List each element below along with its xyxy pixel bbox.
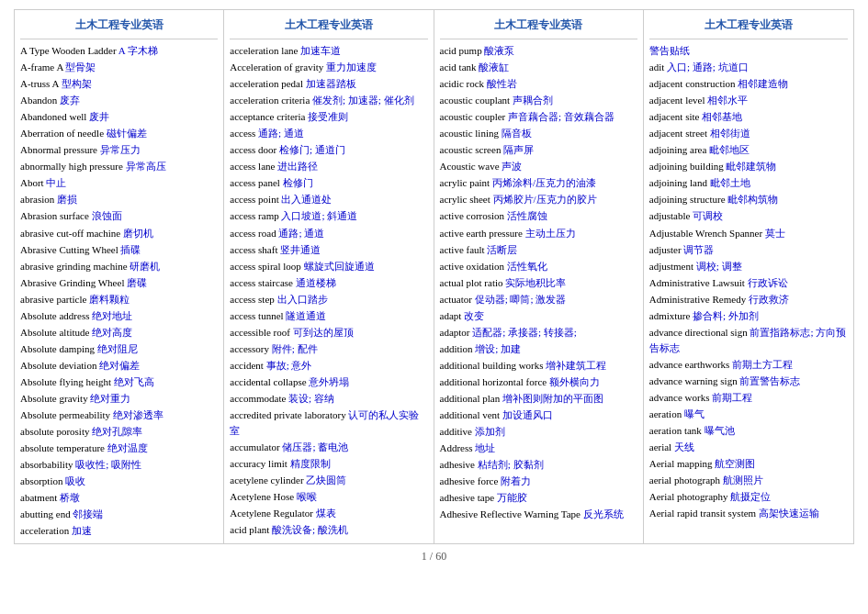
list-item: absolute porosity 绝对孔隙率 — [20, 424, 218, 440]
list-item: access lane 进出路径 — [230, 159, 427, 174]
page-number: 1 — [422, 550, 427, 563]
list-item: abutting end 邻接端 — [20, 507, 218, 522]
list-item: Abrasion surface 浪蚀面 — [20, 208, 218, 224]
list-item: 警告贴纸 — [649, 43, 848, 59]
list-item: abrasive grinding machine 研磨机 — [20, 259, 218, 274]
list-item: advance directional sign 前置指路标志; 方向预告标志 — [649, 325, 848, 356]
list-item: adit 入口; 通路; 坑道口 — [649, 60, 848, 75]
list-item: Aerial mapping 航空测图 — [649, 456, 848, 472]
list-item: acid tank 酸液缸 — [440, 60, 637, 75]
column-4: 土木工程专业英语 警告贴纸adit 入口; 通路; 坑道口adjacent co… — [644, 10, 853, 543]
list-item: Aberration of needle 磁针偏差 — [20, 126, 218, 141]
list-item: A Type Wooden Ladder A 字木梯 — [20, 43, 218, 59]
list-item: acid pump 酸液泵 — [440, 43, 637, 59]
column-2: 土木工程专业英语 acceleration lane 加速车道Accelerat… — [224, 10, 434, 543]
list-item: adapt 改变 — [440, 308, 637, 324]
list-item: adaptor 适配器; 承接器; 转接器; — [440, 325, 637, 340]
list-item: Adjustable Wrench Spanner 莫士 — [649, 226, 848, 241]
list-item: access step 出入口踏步 — [230, 292, 427, 307]
list-item: accredited private laboratory 认可的私人实验室 — [230, 407, 427, 439]
column-1: 土木工程专业英语 A Type Wooden Ladder A 字木梯A-fra… — [15, 10, 224, 543]
list-item: acceleration 加速 — [20, 523, 218, 539]
list-item: abatment 桥墩 — [20, 490, 218, 506]
list-item: acoustic coupler 声音藕合器; 音效藕合器 — [440, 109, 637, 125]
list-item: abnormally high pressure 异常高压 — [20, 159, 218, 174]
col3-entries: acid pump 酸液泵acid tank 酸液缸acidic rock 酸性… — [440, 43, 637, 522]
list-item: adhesive tape 万能胶 — [440, 490, 637, 506]
list-item: Address 地址 — [440, 441, 637, 456]
list-item: acrylic paint 丙烯涂料/压克力的油漆 — [440, 175, 637, 191]
list-item: additional horizontal force 额外横向力 — [440, 374, 637, 390]
list-item: acid plant 酸洗设备; 酸洗机 — [230, 522, 427, 538]
list-item: acetylene cylinder 乙炔圆筒 — [230, 473, 427, 488]
list-item: actuator 促动器; 唧筒; 激发器 — [440, 292, 637, 307]
list-item: Absolute gravity 绝对重力 — [20, 391, 218, 407]
list-item: absorption 吸收 — [20, 474, 218, 489]
list-item: Aerial rapid transit system 高架快速运输 — [649, 506, 848, 521]
list-item: accessory 附件; 配件 — [230, 341, 427, 357]
list-item: adjoining land 毗邻土地 — [649, 175, 848, 191]
list-item: Aerial photography 航摄定位 — [649, 489, 848, 505]
page: 土木工程专业英语 A Type Wooden Ladder A 字木梯A-fra… — [0, 0, 868, 614]
list-item: acoustic screen 隔声屏 — [440, 142, 637, 158]
list-item: Absolute damping 绝对阻尼 — [20, 341, 218, 357]
list-item: adjoining building 毗邻建筑物 — [649, 159, 848, 174]
col-3-header: 土木工程专业英语 — [440, 14, 637, 39]
list-item: Abort 中止 — [20, 175, 218, 191]
list-item: Abrasive Grinding Wheel 磨碟 — [20, 275, 218, 291]
list-item: Acceleration of gravity 重力加速度 — [230, 60, 427, 75]
list-item: absolute temperature 绝对温度 — [20, 441, 218, 456]
list-item: access tunnel 隧道通道 — [230, 308, 427, 324]
list-item: Absolute address 绝对地址 — [20, 308, 218, 324]
page-footer: 1 / 60 — [14, 544, 854, 565]
list-item: accommodate 装设; 容纳 — [230, 391, 427, 407]
list-item: accessible roof 可到达的屋顶 — [230, 325, 427, 340]
list-item: adjuster 调节器 — [649, 242, 848, 258]
column-3: 土木工程专业英语 acid pump 酸液泵acid tank 酸液缸acidi… — [434, 10, 644, 543]
list-item: adjacent site 相邻基地 — [649, 109, 848, 125]
main-table: 土木工程专业英语 A Type Wooden Ladder A 字木梯A-fra… — [14, 9, 854, 544]
list-item: aerial photograph 航测照片 — [649, 473, 848, 488]
list-item: acceleration lane 加速车道 — [230, 43, 427, 59]
list-item: access staircase 通道楼梯 — [230, 275, 427, 291]
list-item: adjoining area 毗邻地区 — [649, 142, 848, 158]
list-item: adjacent construction 相邻建造物 — [649, 76, 848, 92]
list-item: accuracy limit 精度限制 — [230, 456, 427, 472]
list-item: A-truss A 型构架 — [20, 76, 218, 92]
list-item: Adhesive Reflective Warning Tape 反光系统 — [440, 507, 637, 522]
list-item: absorbability 吸收性; 吸附性 — [20, 457, 218, 473]
list-item: Acetylene Hose 喉喉 — [230, 489, 427, 505]
page-total: 60 — [435, 550, 446, 563]
list-item: adjoining structure 毗邻构筑物 — [649, 192, 848, 207]
list-item: access spiral loop 螺旋式回旋通道 — [230, 259, 427, 274]
list-item: access point 出入通道处 — [230, 192, 427, 207]
list-item: acceleration criteria 催发剂; 加速器; 催化剂 — [230, 93, 427, 108]
list-item: aerial 天线 — [649, 440, 848, 455]
list-item: additional building works 增补建筑工程 — [440, 358, 637, 374]
list-item: access 通路; 通道 — [230, 126, 427, 141]
list-item: adjustable 可调校 — [649, 208, 848, 224]
list-item: adjustment 调校; 调整 — [649, 259, 848, 274]
list-item: acoustic couplant 声耦合剂 — [440, 93, 637, 108]
list-item: Abandoned well 废井 — [20, 109, 218, 125]
list-item: abrasion 磨损 — [20, 192, 218, 207]
list-item: acoustic lining 隔音板 — [440, 126, 637, 141]
col4-entries: 警告贴纸adit 入口; 通路; 坑道口adjacent constructio… — [649, 43, 848, 521]
list-item: active oxidation 活性氧化 — [440, 259, 637, 274]
col-1-header: 土木工程专业英语 — [20, 14, 218, 39]
list-item: access shaft 竖井通道 — [230, 242, 427, 258]
list-item: addition 增设; 加建 — [440, 341, 637, 357]
list-item: aeration tank 曝气池 — [649, 423, 848, 439]
list-item: adhesive force 附着力 — [440, 474, 637, 489]
col2-entries: acceleration lane 加速车道Acceleration of gr… — [230, 43, 427, 538]
list-item: A-frame A 型骨架 — [20, 60, 218, 75]
col-4-header: 土木工程专业英语 — [649, 14, 848, 39]
list-item: Absolute altitude 绝对高度 — [20, 325, 218, 340]
list-item: accident 事故; 意外 — [230, 358, 427, 374]
list-item: admixture 掺合料; 外加剂 — [649, 308, 848, 324]
col1-entries: A Type Wooden Ladder A 字木梯A-frame A 型骨架A… — [20, 43, 218, 539]
list-item: aeration 曝气 — [649, 407, 848, 422]
list-item: Abrasive Cutting Wheel 插碟 — [20, 242, 218, 258]
list-item: additional vent 加设通风口 — [440, 407, 637, 423]
list-item: Acetylene Regulator 煤表 — [230, 506, 427, 521]
